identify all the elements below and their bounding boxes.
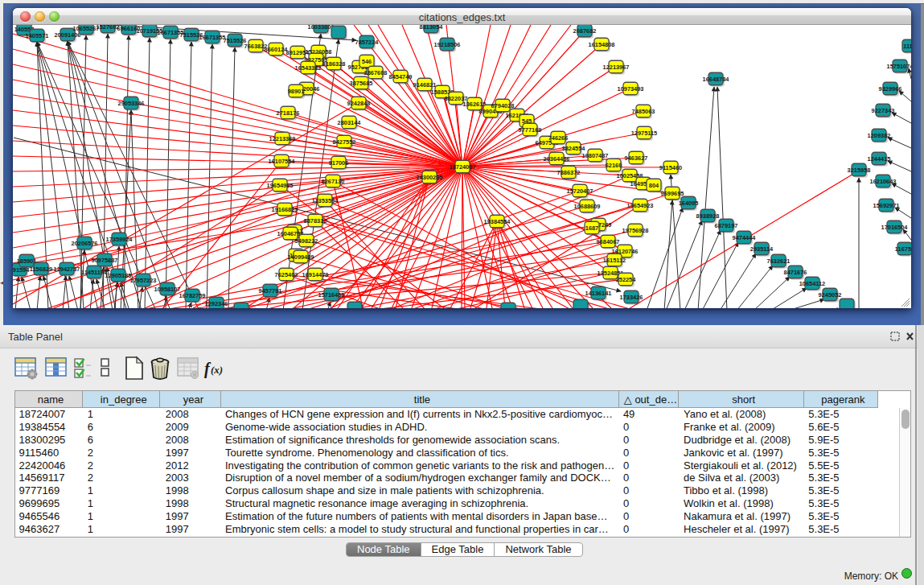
svg-text:1615112: 1615112 xyxy=(603,257,626,264)
svg-text:29053346: 29053346 xyxy=(118,100,145,107)
svg-text:9115460: 9115460 xyxy=(659,164,682,171)
svg-text:1527602: 1527602 xyxy=(97,25,120,31)
svg-text:546: 546 xyxy=(362,58,372,65)
svg-text:10973493: 10973493 xyxy=(618,85,644,93)
svg-text:20091406: 20091406 xyxy=(55,31,81,39)
svg-text:9242848: 9242848 xyxy=(347,100,371,107)
svg-text:5498222: 5498222 xyxy=(295,237,318,245)
svg-text:17016504: 17016504 xyxy=(881,224,909,231)
svg-text:7632621: 7632621 xyxy=(767,257,791,265)
svg-text:16648784: 16648784 xyxy=(703,76,730,83)
svg-text:2718176: 2718176 xyxy=(277,109,300,117)
svg-text:1156829: 1156829 xyxy=(30,266,52,273)
svg-text:8813054: 8813054 xyxy=(420,25,444,31)
svg-text:8660124: 8660124 xyxy=(265,46,289,53)
svg-text:19218506: 19218506 xyxy=(434,41,461,48)
svg-text:804: 804 xyxy=(649,182,659,189)
svg-text:16782759: 16782759 xyxy=(179,292,206,299)
svg-text:3875685: 3875685 xyxy=(350,80,373,87)
svg-text:8878332: 8878332 xyxy=(304,217,327,225)
svg-text:15692971: 15692971 xyxy=(873,202,900,209)
svg-text:8186328: 8186328 xyxy=(322,60,346,68)
svg-text:10688609: 10688609 xyxy=(574,203,601,210)
svg-text:19166825: 19166825 xyxy=(272,206,298,213)
svg-text:116753: 116753 xyxy=(895,245,911,253)
svg-text:8427552: 8427552 xyxy=(333,138,356,146)
svg-text:9699695: 9699695 xyxy=(661,190,684,197)
svg-text:19654923: 19654923 xyxy=(627,202,654,209)
svg-text:19384554: 19384554 xyxy=(484,218,511,225)
svg-text:12905185: 12905185 xyxy=(105,272,132,279)
svg-text:917006: 917006 xyxy=(329,159,349,167)
svg-text:(x): (x) xyxy=(211,364,223,376)
svg-text:9474444: 9474444 xyxy=(733,234,757,241)
svg-text:15720407: 15720407 xyxy=(567,187,593,195)
svg-text:18300295: 18300295 xyxy=(417,174,443,181)
svg-text:8471676: 8471676 xyxy=(784,269,807,276)
svg-text:15716485: 15716485 xyxy=(318,291,345,299)
svg-text:3824554: 3824554 xyxy=(562,145,586,152)
svg-text:10958107: 10958107 xyxy=(154,286,181,293)
svg-text:6879197: 6879197 xyxy=(715,222,738,229)
svg-text:12213369: 12213369 xyxy=(269,135,296,142)
svg-text:17957223: 17957223 xyxy=(130,277,157,284)
svg-text:8454749: 8454749 xyxy=(389,73,413,80)
svg-text:16671355: 16671355 xyxy=(199,34,226,41)
svg-text:62160: 62160 xyxy=(606,162,622,169)
svg-text:1117: 1117 xyxy=(903,43,911,50)
svg-text:16210643: 16210643 xyxy=(870,178,897,185)
svg-text:11451194: 11451194 xyxy=(81,269,108,276)
svg-text:9227343: 9227343 xyxy=(872,107,895,114)
svg-text:17359924: 17359924 xyxy=(106,236,133,243)
svg-text:7515526: 7515526 xyxy=(224,37,247,44)
svg-text:1292346: 1292346 xyxy=(205,300,228,307)
svg-text:9245052: 9245052 xyxy=(819,291,842,299)
svg-text:20364436: 20364436 xyxy=(544,155,570,163)
svg-text:14136141: 14136141 xyxy=(585,290,612,297)
svg-text:8938928: 8938928 xyxy=(696,212,720,220)
svg-text:8267130: 8267130 xyxy=(322,178,345,185)
svg-text:20206576: 20206576 xyxy=(72,240,98,247)
svg-text:12942737: 12942737 xyxy=(54,266,80,273)
svg-text:10655267: 10655267 xyxy=(73,25,100,32)
svg-text:7485063: 7485063 xyxy=(632,108,655,115)
svg-text:2087682: 2087682 xyxy=(573,27,597,35)
svg-text:3215958: 3215958 xyxy=(848,167,871,174)
svg-text:1244415: 1244415 xyxy=(868,155,891,163)
svg-text:6794028: 6794028 xyxy=(491,102,515,109)
svg-text:9146821: 9146821 xyxy=(413,81,437,89)
svg-text:1733426: 1733426 xyxy=(620,294,643,301)
svg-text:10654112: 10654112 xyxy=(799,280,825,287)
svg-text:7625402: 7625402 xyxy=(275,271,298,278)
svg-text:746266: 746266 xyxy=(548,134,569,142)
svg-text:1687: 1687 xyxy=(585,225,598,232)
svg-text:7857224: 7857224 xyxy=(355,39,380,46)
svg-text:164095: 164095 xyxy=(679,200,699,207)
svg-text:2935114: 2935114 xyxy=(750,245,774,253)
svg-text:185901: 185901 xyxy=(17,257,37,265)
svg-text:16033809: 16033809 xyxy=(308,25,335,31)
svg-text:19756928: 19756928 xyxy=(622,227,649,234)
svg-text:11353594: 11353594 xyxy=(312,197,339,204)
svg-text:15751074: 15751074 xyxy=(887,63,911,70)
svg-text:9463627: 9463627 xyxy=(625,154,648,162)
svg-text:2867608: 2867608 xyxy=(364,69,388,76)
svg-text:9457791: 9457791 xyxy=(259,287,282,295)
svg-text:12975115: 12975115 xyxy=(631,130,657,137)
svg-text:14099489: 14099489 xyxy=(288,253,314,261)
svg-text:252254: 252254 xyxy=(616,276,637,283)
svg-text:16914479: 16914479 xyxy=(302,271,329,278)
svg-text:1209382: 1209382 xyxy=(868,132,891,139)
svg-text:90975887: 90975887 xyxy=(92,257,118,264)
svg-text:18724007: 18724007 xyxy=(450,163,476,171)
svg-text:9329966: 9329966 xyxy=(879,85,902,93)
svg-text:2803144: 2803144 xyxy=(338,119,362,126)
svg-text:98901: 98901 xyxy=(288,88,305,95)
svg-text:1405571: 1405571 xyxy=(26,32,49,39)
svg-text:19654985: 19654985 xyxy=(267,182,294,189)
svg-text:16154808: 16154808 xyxy=(589,41,615,48)
svg-text:7886372: 7886372 xyxy=(557,169,581,176)
svg-text:1362615: 1362615 xyxy=(463,101,487,108)
svg-text:10807487: 10807487 xyxy=(582,152,609,159)
svg-text:9684067: 9684067 xyxy=(597,238,620,245)
